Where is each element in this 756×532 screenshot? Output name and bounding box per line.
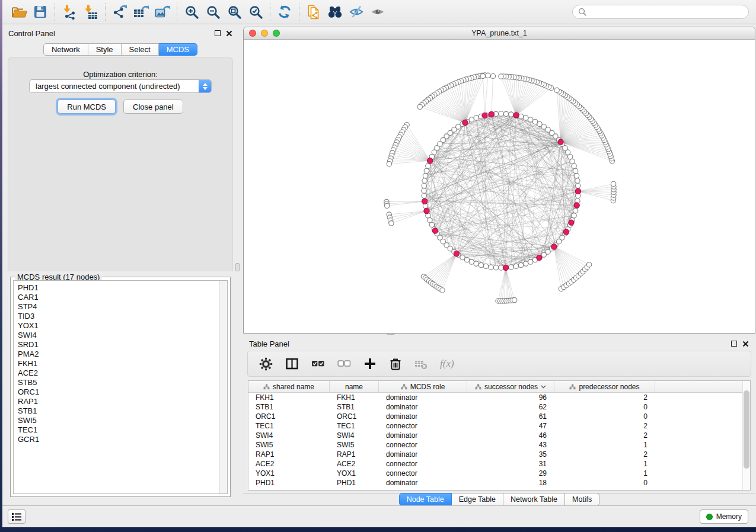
zoom-in-icon[interactable] xyxy=(181,1,202,23)
delete-table-icon[interactable] xyxy=(414,358,428,370)
mcds-result-item[interactable]: CAR1 xyxy=(18,293,227,302)
table-row[interactable]: FKH1FKH1dominator962 xyxy=(248,393,750,402)
table-tab-edge-table[interactable]: Edge Table xyxy=(452,493,503,506)
cell-name: ACE2 xyxy=(330,459,379,469)
cell-shared-name: TEC1 xyxy=(248,421,330,431)
memory-button[interactable]: Memory xyxy=(700,509,748,524)
close-window-icon[interactable] xyxy=(249,30,256,37)
table-options-gear-icon[interactable] xyxy=(259,357,273,371)
close-panel-icon[interactable] xyxy=(742,341,749,347)
minimize-window-icon[interactable] xyxy=(261,30,268,37)
mcds-result-item[interactable]: ORC1 xyxy=(18,387,227,397)
table-tab-node-table[interactable]: Node Table xyxy=(399,493,452,506)
network-search-box[interactable] xyxy=(572,5,749,19)
run-mcds-button[interactable]: Run MCDS xyxy=(58,100,116,114)
application-window: Control Panel NetworkStyleSelectMCDS Opt… xyxy=(2,0,756,527)
table-row[interactable]: TEC1TEC1connector472 xyxy=(248,421,750,431)
table-row[interactable]: STB1STB1dominator620 xyxy=(248,402,750,412)
table-tab-motifs[interactable]: Motifs xyxy=(565,493,599,506)
float-panel-icon[interactable] xyxy=(731,341,737,347)
mcds-result-item[interactable]: TID3 xyxy=(18,312,227,321)
import-table-icon[interactable] xyxy=(80,1,101,23)
tab-mcds[interactable]: MCDS xyxy=(159,43,197,56)
table-row[interactable]: ACE2ACE2connector311 xyxy=(248,459,750,469)
export-image-icon[interactable] xyxy=(152,1,173,23)
column-header-shared-name[interactable]: shared name xyxy=(248,381,330,392)
table-tab-network-table[interactable]: Network Table xyxy=(503,493,565,506)
select-all-columns-icon[interactable] xyxy=(311,357,325,370)
column-type-icon xyxy=(569,384,576,390)
function-builder-icon[interactable]: f(x) xyxy=(440,358,454,370)
mcds-result-item[interactable]: STB5 xyxy=(18,378,227,387)
cell-shared-name: PHD1 xyxy=(248,478,330,488)
find-binoculars-icon[interactable] xyxy=(324,1,346,23)
table-row[interactable]: SWI4SWI4dominator462 xyxy=(248,431,750,440)
export-table-icon[interactable] xyxy=(130,1,152,23)
criterion-select[interactable]: largest connected component (undirected) xyxy=(29,79,212,93)
add-column-icon[interactable] xyxy=(363,357,377,370)
unselect-all-columns-icon[interactable] xyxy=(337,357,351,370)
mcds-result-item[interactable]: PHD1 xyxy=(18,283,227,293)
mcds-result-item[interactable]: GCR1 xyxy=(18,435,227,444)
mcds-result-item[interactable]: PMA2 xyxy=(18,350,227,359)
network-file-icon[interactable] xyxy=(303,1,324,23)
table-row[interactable]: YOX1YOX1connector291 xyxy=(248,469,750,478)
mcds-result-item[interactable]: SWI4 xyxy=(18,331,227,340)
network-window-titlebar[interactable]: YPA_prune.txt_1 xyxy=(244,27,755,40)
cell-successor-nodes: 46 xyxy=(467,431,554,440)
cell-name: PHD1 xyxy=(330,478,379,488)
search-input[interactable] xyxy=(590,8,743,16)
hide-selected-eye-slash-icon[interactable] xyxy=(346,1,367,23)
apply-layout-icon[interactable] xyxy=(274,1,295,23)
open-file-icon[interactable] xyxy=(8,1,30,23)
column-header-successor-nodes[interactable]: successor nodes xyxy=(467,381,554,392)
zoom-out-icon[interactable] xyxy=(202,1,224,23)
mcds-result-item[interactable]: STP4 xyxy=(18,302,227,312)
cell-predecessor-nodes: 2 xyxy=(554,450,655,459)
mcds-list-scrollbar[interactable] xyxy=(219,281,227,493)
show-tasks-button[interactable] xyxy=(8,509,25,524)
table-scrollbar[interactable] xyxy=(742,381,750,490)
table-row[interactable]: RAP1RAP1dominator352 xyxy=(248,450,750,459)
scrollbar-thumb[interactable] xyxy=(744,390,749,469)
import-network-icon[interactable] xyxy=(59,1,80,23)
show-hidden-eye-icon[interactable] xyxy=(367,1,388,23)
table-row[interactable]: ORC1ORC1dominator610 xyxy=(248,412,750,421)
delete-column-icon[interactable] xyxy=(389,357,402,371)
column-header-MCDS-role[interactable]: MCDS role xyxy=(379,381,467,392)
table-row[interactable]: PHD1PHD1dominator180 xyxy=(248,478,750,488)
mcds-result-item[interactable]: TEC1 xyxy=(18,425,227,435)
search-icon xyxy=(578,8,587,17)
close-panel-button[interactable]: Close panel xyxy=(123,100,183,114)
column-header-predecessor-nodes[interactable]: predecessor nodes xyxy=(554,381,655,392)
column-header-name[interactable]: name xyxy=(330,381,379,392)
maximize-window-icon[interactable] xyxy=(273,30,280,37)
mcds-result-item[interactable]: YOX1 xyxy=(18,321,227,331)
tab-select[interactable]: Select xyxy=(122,43,159,56)
mcds-result-item[interactable]: RAP1 xyxy=(18,397,227,406)
mcds-result-item[interactable]: SWI5 xyxy=(18,416,227,425)
close-panel-icon[interactable] xyxy=(226,30,232,37)
zoom-selected-icon[interactable] xyxy=(245,1,266,23)
zoom-fit-icon[interactable] xyxy=(224,1,245,23)
column-type-icon xyxy=(263,384,270,390)
vertical-splitter-grip[interactable] xyxy=(235,263,240,271)
save-session-icon[interactable] xyxy=(30,1,51,23)
export-network-icon[interactable] xyxy=(109,1,130,23)
network-graph[interactable] xyxy=(244,40,755,333)
mcds-result-item[interactable]: STB1 xyxy=(18,406,227,416)
chevron-down-icon[interactable] xyxy=(541,385,546,389)
tab-style[interactable]: Style xyxy=(88,43,122,56)
tab-network[interactable]: Network xyxy=(43,43,88,56)
mcds-result-item[interactable]: SRD1 xyxy=(18,340,227,350)
float-panel-icon[interactable] xyxy=(215,30,221,36)
show-column-panel-icon[interactable] xyxy=(285,357,299,370)
mcds-result-item[interactable]: FKH1 xyxy=(18,359,227,368)
column-type-icon xyxy=(401,384,407,390)
cell-MCDS-role: dominator xyxy=(379,402,467,412)
mcds-result-item[interactable]: ACE2 xyxy=(18,368,227,378)
mcds-result-list[interactable]: PHD1CAR1STP4TID3YOX1SWI4SRD1PMA2FKH1ACE2… xyxy=(13,280,228,494)
table-row[interactable]: SWI5SWI5connector431 xyxy=(248,440,750,450)
cell-predecessor-nodes: 1 xyxy=(554,459,655,469)
table-tabs: Node TableEdge TableNetwork TableMotifs xyxy=(243,493,755,506)
